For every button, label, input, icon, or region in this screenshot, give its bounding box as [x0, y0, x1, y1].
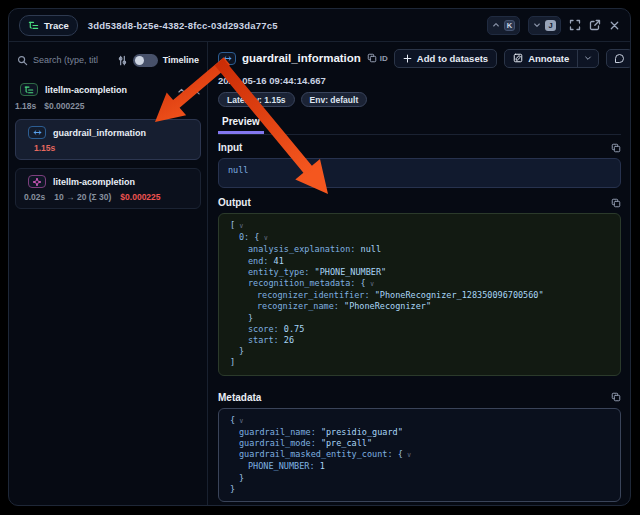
event-node-badge	[28, 126, 46, 139]
trace-id: 3dd538d8-b25e-4382-8fcc-03d293da77c5	[88, 20, 278, 31]
trace-badge-label: Trace	[44, 20, 69, 31]
copy-icon	[611, 198, 621, 208]
search-input[interactable]	[33, 55, 112, 65]
trace-type-badge: Trace	[19, 15, 78, 36]
maximize-icon	[569, 19, 581, 31]
filter-sliders-icon[interactable]	[117, 55, 128, 66]
next-observation-button[interactable]: J	[528, 16, 561, 35]
detail-header: guardrail_information ID Add to datasets	[218, 48, 621, 68]
comment-bubble-icon	[615, 54, 624, 63]
input-value: null	[228, 165, 248, 175]
search-icon	[17, 55, 28, 66]
item-cost: $0.000225	[120, 192, 160, 202]
tree-item-name: guardrail_information	[53, 128, 146, 138]
item-tokens: 10 → 20 (Σ 30)	[54, 192, 111, 202]
copy-input-button[interactable]	[611, 143, 621, 153]
output-json-box: [ ∨0: { ∨analysis_explanation: nullend: …	[218, 213, 621, 376]
detail-tabs: Preview	[218, 114, 621, 135]
arrows-horizontal-icon	[222, 54, 233, 63]
tree-root-name: litellm-acompletion	[45, 85, 127, 95]
tree-item-guardrail-information[interactable]: guardrail_information 1.15s	[15, 119, 201, 160]
tree-root-item[interactable]: litellm-acompletion 1.18s $0.00022	[15, 82, 201, 111]
event-type-badge	[218, 52, 236, 65]
observation-tree: litellm-acompletion 1.18s $0.00022	[15, 82, 201, 209]
prev-observation-button[interactable]: K	[487, 16, 520, 35]
annotate-dropdown-button[interactable]	[577, 50, 598, 67]
metadata-section-header: Metadata	[218, 392, 621, 403]
item-latency: 1.15s	[34, 143, 55, 153]
collapse-chevron-up-icon[interactable]	[177, 81, 186, 99]
chevron-up-icon	[492, 21, 500, 29]
expand-window-button[interactable]	[569, 19, 581, 31]
trace-node-badge	[20, 83, 38, 96]
latency-badge: Latency: 1.15s	[218, 92, 295, 107]
copy-icon	[611, 143, 621, 153]
trace-detail-window: Trace 3dd538d8-b25e-4382-8fcc-03d293da77…	[8, 8, 631, 506]
observation-timestamp: 2025-05-16 09:44:14.667	[218, 75, 621, 86]
output-section-header: Output	[218, 197, 621, 208]
content-area: Timeline litellm-acompletion	[9, 42, 630, 506]
chevron-down-icon	[533, 21, 541, 29]
copy-output-button[interactable]	[611, 198, 621, 208]
pen-square-icon	[513, 53, 523, 63]
toggle-knob	[135, 56, 144, 65]
open-in-new-button[interactable]	[589, 19, 601, 31]
copy-icon	[367, 53, 377, 63]
generation-node-badge	[28, 175, 46, 188]
root-latency: 1.18s	[15, 101, 36, 111]
annotate-button[interactable]: Annotate	[505, 50, 577, 67]
list-tree-icon	[28, 20, 39, 31]
metadata-label: Metadata	[218, 392, 261, 403]
keycap-j: J	[545, 20, 556, 31]
keycap-k: K	[504, 20, 515, 31]
tree-item-litellm-acompletion[interactable]: litellm-acompletion 0.02s 10 → 20 (Σ 30)…	[15, 168, 201, 209]
arrows-horizontal-icon	[32, 128, 43, 137]
annotate-split-button: Annotate	[504, 49, 599, 68]
sparkle-icon	[32, 177, 42, 187]
metadata-json-box: { ∨guardrail_name: "presidio_guard"guard…	[218, 408, 621, 502]
tree-item-name: litellm-acompletion	[53, 177, 135, 187]
id-label: ID	[380, 54, 388, 63]
observation-title: guardrail_information	[242, 52, 361, 64]
fold-all-icon[interactable]	[192, 81, 201, 99]
output-label: Output	[218, 197, 251, 208]
input-section-header: Input	[218, 142, 621, 153]
chevron-down-icon	[584, 54, 592, 62]
close-button[interactable]	[609, 20, 620, 31]
trace-tree-sidebar: Timeline litellm-acompletion	[9, 42, 208, 506]
env-badge: Env: default	[301, 92, 368, 107]
add-to-datasets-button[interactable]: Add to datasets	[394, 49, 497, 68]
observation-detail-panel: guardrail_information ID Add to datasets	[208, 42, 630, 506]
close-icon	[609, 20, 620, 31]
tree-toolbar: Timeline	[15, 48, 201, 72]
comments-button[interactable]	[606, 49, 631, 68]
topbar: Trace 3dd538d8-b25e-4382-8fcc-03d293da77…	[9, 9, 630, 42]
item-latency: 0.02s	[24, 192, 45, 202]
timeline-toggle[interactable]	[133, 54, 158, 67]
list-tree-icon	[24, 85, 34, 95]
external-link-icon	[589, 19, 601, 31]
badge-row: Latency: 1.15s Env: default	[218, 92, 621, 107]
root-cost: $0.000225	[44, 101, 84, 111]
copy-icon	[611, 392, 621, 402]
topbar-actions: K J	[487, 16, 620, 35]
plus-icon	[403, 54, 412, 63]
timeline-label: Timeline	[163, 55, 199, 65]
tab-preview[interactable]: Preview	[218, 114, 264, 134]
input-code-box: null	[218, 158, 621, 188]
header-actions: Add to datasets Annotate	[394, 49, 631, 68]
copy-metadata-button[interactable]	[611, 392, 621, 402]
copy-id-button[interactable]: ID	[367, 53, 388, 63]
input-label: Input	[218, 142, 242, 153]
